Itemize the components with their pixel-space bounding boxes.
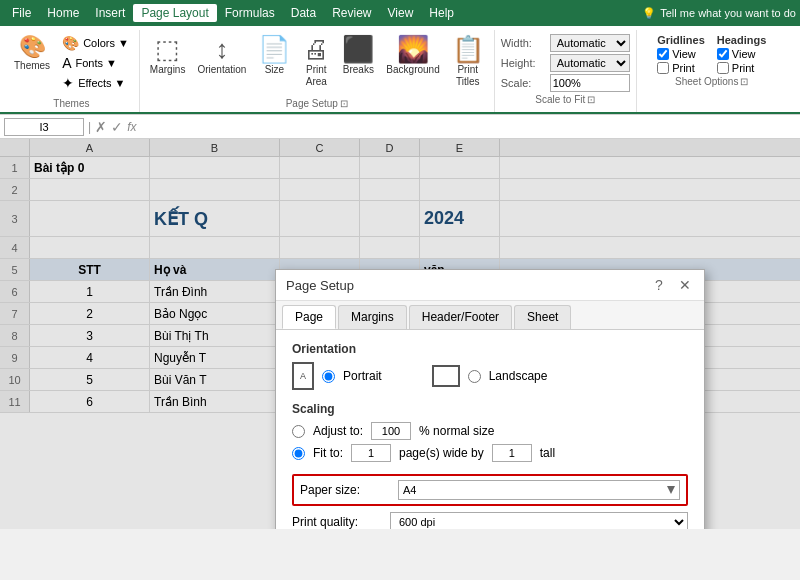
tab-page[interactable]: Page bbox=[282, 305, 336, 329]
sheet-options-expand-icon[interactable]: ⊡ bbox=[740, 76, 748, 87]
print-area-button[interactable]: 🖨 PrintArea bbox=[298, 34, 334, 90]
page-setup-expand-icon[interactable]: ⊡ bbox=[340, 98, 348, 109]
dialog-title-bar: Page Setup ? ✕ bbox=[276, 270, 704, 301]
scale-scale-row: Scale: bbox=[501, 74, 630, 92]
scaling-section: Scaling Adjust to: % normal size Fit to:… bbox=[292, 402, 688, 462]
orientation-section: Orientation A Portrait Landscape bbox=[292, 342, 688, 390]
menu-review[interactable]: Review bbox=[324, 4, 379, 22]
landscape-radio[interactable] bbox=[468, 370, 481, 383]
print-quality-select[interactable]: 600 dpi bbox=[390, 512, 688, 529]
tab-margins[interactable]: Margins bbox=[338, 305, 407, 329]
themes-icon: 🎨 bbox=[19, 36, 46, 58]
tab-header-footer[interactable]: Header/Footer bbox=[409, 305, 512, 329]
gridlines-view-checkbox[interactable] bbox=[657, 48, 669, 60]
paper-size-row: Paper size: A4 bbox=[292, 474, 688, 506]
dialog-tabs: Page Margins Header/Footer Sheet bbox=[276, 301, 704, 330]
fit-to-radio[interactable] bbox=[292, 447, 305, 460]
dialog-body: Orientation A Portrait Landscape bbox=[276, 330, 704, 529]
adjust-to-radio[interactable] bbox=[292, 425, 305, 438]
formula-input[interactable] bbox=[140, 118, 796, 136]
scale-label: Scale: bbox=[501, 77, 546, 89]
themes-items: 🎨 Themes 🎨 Colors ▼ A Fonts ▼ ✦ Effects … bbox=[10, 30, 133, 96]
effects-icon: ✦ bbox=[62, 75, 74, 91]
landscape-option[interactable]: Landscape bbox=[432, 365, 548, 387]
width-label: Width: bbox=[501, 37, 546, 49]
scale-expand-icon[interactable]: ⊡ bbox=[587, 94, 595, 105]
tell-me-bar[interactable]: 💡 Tell me what you want to do bbox=[642, 7, 796, 20]
tell-me-text: Tell me what you want to do bbox=[660, 7, 796, 19]
scale-width-row: Width: Automatic bbox=[501, 34, 630, 52]
portrait-radio[interactable] bbox=[322, 370, 335, 383]
lightbulb-icon: 💡 bbox=[642, 7, 656, 20]
fonts-button[interactable]: A Fonts ▼ bbox=[58, 54, 133, 72]
menu-file[interactable]: File bbox=[4, 4, 39, 22]
dialog-close-button[interactable]: ✕ bbox=[676, 276, 694, 294]
fit-pages-tall-input[interactable] bbox=[492, 444, 532, 462]
adjust-value-input[interactable] bbox=[371, 422, 411, 440]
tab-sheet[interactable]: Sheet bbox=[514, 305, 571, 329]
menu-data[interactable]: Data bbox=[283, 4, 324, 22]
orientation-button[interactable]: ↕ Orientation bbox=[193, 34, 250, 78]
height-label: Height: bbox=[501, 57, 546, 69]
headings-view-checkbox[interactable] bbox=[717, 48, 729, 60]
print-titles-button[interactable]: 📋 PrintTitles bbox=[448, 34, 488, 90]
headings-view-check: View bbox=[717, 48, 767, 60]
headings-print-check: Print bbox=[717, 62, 767, 74]
colors-label: Colors ▼ bbox=[83, 37, 129, 49]
margins-icon: ⬚ bbox=[155, 36, 180, 62]
fit-to-label: Fit to: bbox=[313, 446, 343, 460]
scale-input[interactable] bbox=[550, 74, 630, 92]
fit-pages-wide-input[interactable] bbox=[351, 444, 391, 462]
menu-insert[interactable]: Insert bbox=[87, 4, 133, 22]
breaks-button[interactable]: ⬛ Breaks bbox=[338, 34, 378, 78]
headings-title: Headings bbox=[717, 34, 767, 46]
scaling-title: Scaling bbox=[292, 402, 688, 416]
ribbon-group-scale: Width: Automatic Height: Automatic Scale… bbox=[495, 30, 637, 112]
print-titles-icon: 📋 bbox=[452, 36, 484, 62]
gridlines-print-checkbox[interactable] bbox=[657, 62, 669, 74]
effects-button[interactable]: ✦ Effects ▼ bbox=[58, 74, 133, 92]
dialog-help-button[interactable]: ? bbox=[650, 276, 668, 294]
cancel-formula-icon[interactable]: ✗ bbox=[95, 119, 107, 135]
background-label: Background bbox=[386, 64, 439, 76]
print-titles-label: PrintTitles bbox=[456, 64, 480, 88]
background-button[interactable]: 🌄 Background bbox=[382, 34, 443, 78]
print-area-icon: 🖨 bbox=[303, 36, 329, 62]
print-quality-label: Print quality: bbox=[292, 515, 382, 529]
colors-button[interactable]: 🎨 Colors ▼ bbox=[58, 34, 133, 52]
margins-button[interactable]: ⬚ Margins bbox=[146, 34, 190, 78]
normal-size-label: % normal size bbox=[419, 424, 494, 438]
colors-icon: 🎨 bbox=[62, 35, 79, 51]
name-box[interactable] bbox=[4, 118, 84, 136]
menu-view[interactable]: View bbox=[380, 4, 422, 22]
menu-home[interactable]: Home bbox=[39, 4, 87, 22]
fit-to-row: Fit to: page(s) wide by tall bbox=[292, 444, 688, 462]
headings-col: Headings View Print bbox=[717, 34, 767, 74]
portrait-option[interactable]: A Portrait bbox=[292, 362, 382, 390]
ribbon-group-themes: 🎨 Themes 🎨 Colors ▼ A Fonts ▼ ✦ Effects … bbox=[4, 30, 140, 112]
size-button[interactable]: 📄 Size bbox=[254, 34, 294, 78]
menu-formulas[interactable]: Formulas bbox=[217, 4, 283, 22]
themes-group-label: Themes bbox=[53, 96, 89, 112]
print-quality-row: Print quality: 600 dpi bbox=[292, 512, 688, 529]
menu-page-layout[interactable]: Page Layout bbox=[133, 4, 216, 22]
confirm-formula-icon[interactable]: ✓ bbox=[111, 119, 123, 135]
themes-button[interactable]: 🎨 Themes bbox=[10, 34, 54, 74]
height-select[interactable]: Automatic bbox=[550, 54, 630, 72]
landscape-icon bbox=[432, 365, 460, 387]
ribbon-group-sheet-options: Gridlines View Print Headings View bbox=[637, 30, 787, 112]
gridlines-view-label: View bbox=[672, 48, 696, 60]
fit-tall-label: tall bbox=[540, 446, 555, 460]
orientation-title: Orientation bbox=[292, 342, 688, 356]
menu-help[interactable]: Help bbox=[421, 4, 462, 22]
width-select[interactable]: Automatic bbox=[550, 34, 630, 52]
sheet-options-items: Gridlines View Print Headings View bbox=[657, 30, 766, 74]
dialog-controls: ? ✕ bbox=[650, 276, 694, 294]
effects-label: Effects ▼ bbox=[78, 77, 125, 89]
portrait-icon: A bbox=[292, 362, 314, 390]
page-setup-group-label: Page Setup ⊡ bbox=[286, 96, 348, 112]
margins-label: Margins bbox=[150, 64, 186, 76]
gridlines-print-label: Print bbox=[672, 62, 695, 74]
headings-print-checkbox[interactable] bbox=[717, 62, 729, 74]
paper-size-select[interactable]: A4 bbox=[398, 480, 680, 500]
